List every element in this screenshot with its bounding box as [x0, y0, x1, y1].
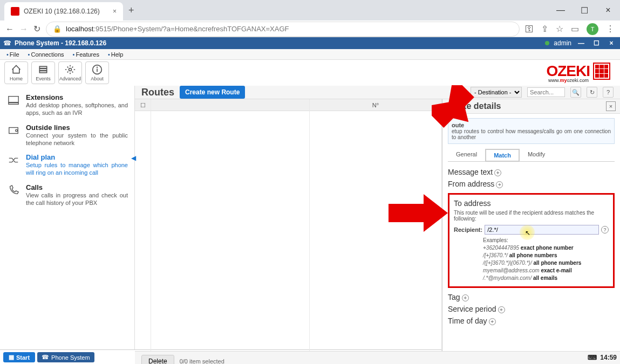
- sidebar: Extensions Add desktop phones, softphone…: [0, 86, 135, 349]
- info-title: oute: [452, 122, 611, 128]
- help-button[interactable]: ?: [603, 87, 614, 98]
- browser-tab[interactable]: OZEKI 10 (192.168.0.126) ×: [4, 2, 123, 20]
- minimize-button[interactable]: —: [549, 2, 573, 18]
- search-button[interactable]: 🔍: [570, 87, 581, 98]
- extensions-icon: [6, 93, 21, 117]
- reload-button[interactable]: ↻: [33, 24, 40, 34]
- tool-label: About: [91, 76, 104, 81]
- reader-icon[interactable]: ▭: [571, 24, 579, 34]
- sidebar-desc: Add desktop phones, softphones, and apps…: [26, 101, 128, 117]
- tool-label: Events: [36, 76, 51, 81]
- info-icon: [92, 64, 103, 75]
- app-maximize-button[interactable]: ☐: [591, 39, 602, 47]
- ozeki-logo[interactable]: OZEKI www.myozeki.com: [546, 63, 616, 83]
- back-button[interactable]: ←: [5, 24, 14, 34]
- details-tabs: General Match Modify: [448, 148, 615, 162]
- content-title: Routes: [141, 87, 174, 98]
- address-row: ← → ↻ 🔒 localhost:9515/Phone+System/?a=H…: [0, 20, 620, 37]
- close-button[interactable]: ×: [596, 2, 620, 18]
- task-phone-system[interactable]: ☎ Phone System: [37, 352, 94, 362]
- section-tag[interactable]: Tag+: [448, 291, 615, 303]
- menu-help[interactable]: Help: [104, 51, 127, 58]
- share-icon[interactable]: ⇪: [541, 24, 548, 34]
- to-address-title: To address: [454, 199, 609, 208]
- recipient-input[interactable]: [485, 225, 599, 235]
- destination-select[interactable]: - Destination -: [471, 87, 522, 98]
- key-icon[interactable]: ⚿: [525, 24, 534, 34]
- profile-avatar[interactable]: T: [587, 23, 598, 35]
- sidebar-title: Dial plan: [26, 153, 128, 161]
- url-bar[interactable]: 🔒 localhost:9515/Phone+System/?a=Home&nc…: [46, 22, 520, 37]
- sidebar-item-extensions[interactable]: Extensions Add desktop phones, softphone…: [5, 90, 129, 120]
- maximize-button[interactable]: ☐: [573, 2, 596, 18]
- svg-rect-8: [9, 103, 18, 105]
- help-icon[interactable]: ?: [601, 226, 609, 233]
- tab-close-icon[interactable]: ×: [113, 8, 117, 15]
- about-button[interactable]: About: [85, 61, 109, 84]
- sidebar-title: Calls: [26, 183, 128, 191]
- app-close-button[interactable]: ×: [606, 39, 617, 47]
- expand-icon: +: [494, 169, 501, 176]
- svg-point-10: [16, 129, 18, 132]
- info-desc: etup routes to control how messages/call…: [452, 128, 611, 140]
- menu-connections[interactable]: Connections: [24, 51, 69, 58]
- sidebar-desc: Connect your system to the public teleph…: [26, 132, 128, 147]
- gear-icon: [65, 64, 76, 75]
- refresh-button[interactable]: ↻: [587, 87, 597, 98]
- menu-features[interactable]: Features: [69, 51, 104, 58]
- details-close-button[interactable]: ×: [606, 101, 616, 111]
- details-title: Route details: [447, 101, 501, 111]
- menu-file[interactable]: File: [2, 51, 24, 58]
- start-button[interactable]: ▦ Start: [3, 352, 35, 362]
- expand-icon: +: [498, 306, 505, 313]
- search-input[interactable]: [527, 87, 565, 97]
- events-button[interactable]: Events: [31, 61, 55, 84]
- advanced-button[interactable]: Advanced: [58, 61, 82, 84]
- sidebar-item-calls[interactable]: Calls View calls in progress and check o…: [5, 180, 129, 210]
- star-icon[interactable]: ☆: [556, 24, 563, 34]
- forward-button[interactable]: →: [19, 24, 28, 34]
- to-address-desc: This route will be used if the recipient…: [454, 210, 609, 222]
- section-from-address[interactable]: From address+: [448, 178, 615, 190]
- app-minimize-button[interactable]: —: [576, 39, 587, 47]
- route-details-panel: Route details × oute etup routes to cont…: [442, 99, 620, 351]
- create-route-button[interactable]: Create new Route: [180, 86, 245, 99]
- phone-icon: ☎: [3, 39, 11, 47]
- expand-icon: +: [496, 181, 503, 188]
- recipient-row: Recipient: ?: [454, 225, 609, 235]
- delete-button[interactable]: Delete: [141, 355, 174, 364]
- section-message-text[interactable]: Message text+: [448, 166, 615, 178]
- svg-rect-1: [39, 68, 46, 70]
- dialplan-icon: [6, 153, 21, 177]
- section-service-period[interactable]: Service period+: [448, 303, 615, 315]
- calls-icon: [6, 183, 21, 207]
- tab-match[interactable]: Match: [485, 149, 520, 162]
- details-header: Route details ×: [442, 99, 620, 114]
- svg-rect-9: [9, 127, 18, 133]
- new-tab-button[interactable]: +: [128, 5, 134, 16]
- events-icon: [38, 64, 49, 75]
- content-header: Routes Create new Route - Destination - …: [135, 86, 620, 99]
- user-label[interactable]: admin: [554, 39, 571, 47]
- status-indicator-icon: [545, 41, 549, 45]
- section-time-of-day[interactable]: Time of day+: [448, 315, 615, 327]
- details-body: oute etup routes to control how messages…: [442, 114, 620, 351]
- tab-modify[interactable]: Modify: [520, 148, 553, 161]
- browser-menu-icon[interactable]: ⋮: [606, 24, 615, 34]
- url-port: :9515: [93, 25, 111, 33]
- home-button[interactable]: Home: [4, 61, 28, 84]
- url-host: localhost: [66, 25, 93, 33]
- sidebar-item-dial-plan[interactable]: Dial plan Setup rules to manage which ph…: [5, 150, 129, 180]
- logo-url: www.myozeki.com: [548, 78, 589, 83]
- examples: Examples: +36204447895 exact phone numbe…: [454, 237, 609, 282]
- col-checkbox[interactable]: ☐: [135, 99, 151, 111]
- tab-general[interactable]: General: [448, 148, 485, 161]
- sidebar-title: Outside lines: [26, 123, 128, 132]
- keyboard-icon[interactable]: ⌨: [588, 354, 597, 361]
- main-area: Extensions Add desktop phones, softphone…: [0, 86, 620, 349]
- footer-row: Delete 0/0 item selected: [135, 351, 620, 364]
- table-area: ☐ N° Route details × oute etup routes to…: [135, 99, 620, 351]
- sidebar-item-outside-lines[interactable]: Outside lines Connect your system to the…: [5, 120, 129, 150]
- col-number[interactable]: N°: [310, 99, 441, 111]
- phone-icon: ☎: [42, 354, 49, 361]
